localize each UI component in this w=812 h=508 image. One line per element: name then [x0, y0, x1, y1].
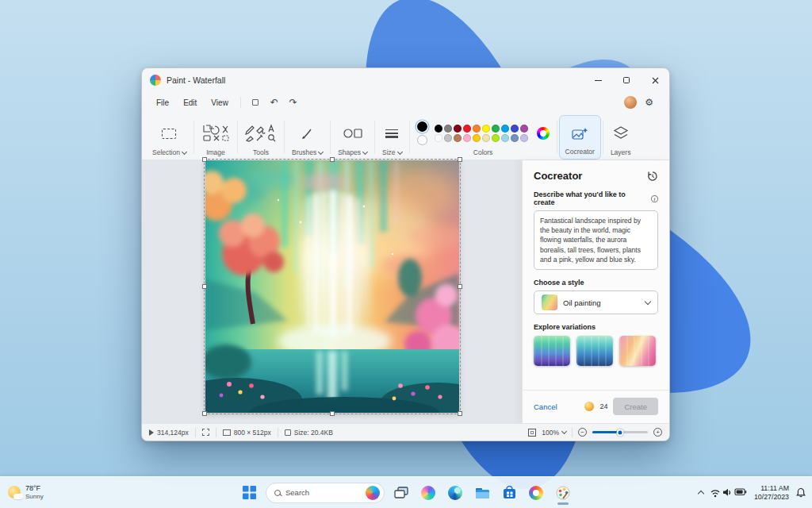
taskbar: 78°F Sunny Search — [0, 476, 812, 508]
canvas-size-icon — [223, 429, 231, 436]
store-button[interactable] — [499, 481, 519, 505]
weather-temp: 78°F — [25, 484, 44, 493]
selection-handle[interactable] — [202, 284, 207, 289]
color-swatch[interactable] — [473, 134, 481, 142]
info-icon[interactable]: i — [651, 195, 658, 202]
brushes-label: Brushes — [292, 148, 316, 156]
zoom-out-button[interactable]: − — [578, 428, 587, 437]
history-icon[interactable] — [647, 171, 658, 182]
color-swatch[interactable] — [463, 125, 471, 133]
variation-thumbnail-2[interactable] — [576, 336, 613, 366]
zoom-in-button[interactable]: + — [653, 428, 662, 437]
task-view-button[interactable] — [391, 481, 412, 505]
ribbon-group-image[interactable]: Image — [196, 115, 236, 160]
search-label: Search — [285, 488, 361, 497]
menubar-right: ⚙ — [624, 96, 661, 109]
save-button[interactable] — [247, 94, 264, 110]
menu-edit[interactable]: Edit — [177, 96, 203, 110]
describe-label: Describe what you'd like to create — [534, 190, 648, 206]
start-button[interactable] — [239, 481, 259, 505]
selection-handle[interactable] — [458, 157, 462, 162]
ribbon: Selection Image — [142, 113, 669, 160]
size-label: Size — [382, 148, 396, 156]
menubar: File Edit View ↶ ↷ ⚙ — [142, 92, 669, 113]
style-label: Choose a style — [534, 279, 658, 287]
variation-thumbnail-3[interactable] — [619, 336, 656, 366]
minimize-button[interactable] — [584, 68, 612, 92]
panel-divider — [523, 390, 669, 391]
selection-handle[interactable] — [458, 411, 462, 416]
selection-handle[interactable] — [202, 157, 207, 162]
close-button[interactable] — [641, 68, 669, 92]
ribbon-group-brushes[interactable]: Brushes — [286, 115, 328, 160]
color-swatch[interactable] — [511, 125, 519, 133]
color-swatch[interactable] — [473, 125, 481, 133]
size-icon — [385, 128, 399, 139]
menu-file[interactable]: File — [150, 96, 175, 110]
canvas-area — [142, 160, 522, 423]
selection-handle[interactable] — [202, 411, 207, 416]
selection-handle[interactable] — [330, 411, 335, 416]
file-explorer-button[interactable] — [472, 481, 492, 505]
zoom-slider-thumb[interactable] — [617, 429, 624, 436]
color-swatch[interactable] — [501, 125, 509, 133]
color-swatch[interactable] — [435, 125, 442, 133]
ribbon-group-size[interactable]: Size — [377, 115, 408, 160]
taskbar-search[interactable]: Search — [266, 483, 385, 503]
ribbon-group-tools[interactable]: Tools — [239, 115, 282, 160]
selection-handle[interactable] — [330, 157, 335, 162]
taskbar-clock[interactable]: 11:11 AM 10/27/2023 — [754, 484, 789, 502]
tray-overflow-chevron-icon[interactable] — [698, 491, 704, 497]
generated-artwork — [205, 160, 459, 413]
redo-button[interactable]: ↷ — [285, 94, 302, 110]
weather-widget[interactable]: 78°F Sunny — [8, 484, 44, 500]
taskbar-center: Search — [239, 481, 573, 505]
zoom-level-dropdown[interactable]: 100% — [542, 429, 566, 437]
color-swatch[interactable] — [454, 134, 462, 142]
cancel-button[interactable]: Cancel — [534, 402, 557, 411]
color-swatch[interactable] — [492, 125, 500, 133]
tray-status-icons[interactable] — [710, 487, 747, 498]
color-swatch[interactable] — [482, 134, 490, 142]
style-dropdown[interactable]: Oil painting — [534, 291, 658, 314]
paint-taskbar-button[interactable] — [553, 481, 573, 505]
ribbon-group-selection[interactable]: Selection — [147, 115, 192, 160]
copilot-button[interactable] — [418, 481, 439, 505]
fit-to-screen-icon[interactable] — [528, 429, 536, 437]
color-swatch[interactable] — [511, 134, 519, 142]
color-swatch[interactable] — [463, 134, 471, 142]
color-swatch[interactable] — [492, 134, 500, 142]
color-grid — [435, 125, 529, 143]
undo-button[interactable]: ↶ — [266, 94, 283, 110]
color-swatch[interactable] — [520, 134, 528, 142]
active-colors — [417, 121, 427, 145]
maximize-button[interactable] — [612, 68, 641, 92]
ribbon-group-shapes[interactable]: Shapes — [332, 115, 373, 160]
photos-button[interactable] — [526, 481, 546, 505]
color-swatch[interactable] — [482, 125, 490, 133]
variation-thumbnail-1[interactable] — [534, 336, 570, 366]
color-swatch[interactable] — [520, 125, 528, 133]
titlebar[interactable]: Paint - Waterfall — [142, 68, 669, 92]
canvas[interactable] — [205, 160, 459, 413]
menu-view[interactable]: View — [205, 96, 235, 110]
ribbon-group-cocreator[interactable]: Cocreator — [559, 115, 601, 160]
foreground-color-swatch[interactable] — [417, 121, 427, 132]
edit-colors-wheel-icon[interactable] — [537, 127, 550, 140]
zoom-slider[interactable] — [592, 431, 648, 433]
ribbon-group-layers[interactable]: Layers — [605, 115, 637, 160]
clock-date: 10/27/2023 — [754, 493, 789, 502]
prompt-textbox[interactable]: Fantastical landscape inspired by the be… — [534, 210, 658, 270]
edge-button[interactable] — [445, 481, 465, 505]
account-avatar[interactable] — [624, 96, 637, 109]
color-swatch[interactable] — [444, 134, 452, 142]
color-swatch[interactable] — [454, 125, 462, 133]
selection-handle[interactable] — [458, 284, 462, 289]
notification-bell-icon[interactable] — [796, 487, 806, 498]
color-swatch[interactable] — [501, 134, 509, 142]
create-button[interactable]: Create — [613, 398, 658, 415]
settings-gear-icon[interactable]: ⚙ — [645, 97, 653, 108]
color-swatch[interactable] — [444, 125, 452, 133]
background-color-swatch[interactable] — [417, 135, 427, 145]
color-swatch[interactable] — [435, 134, 442, 142]
